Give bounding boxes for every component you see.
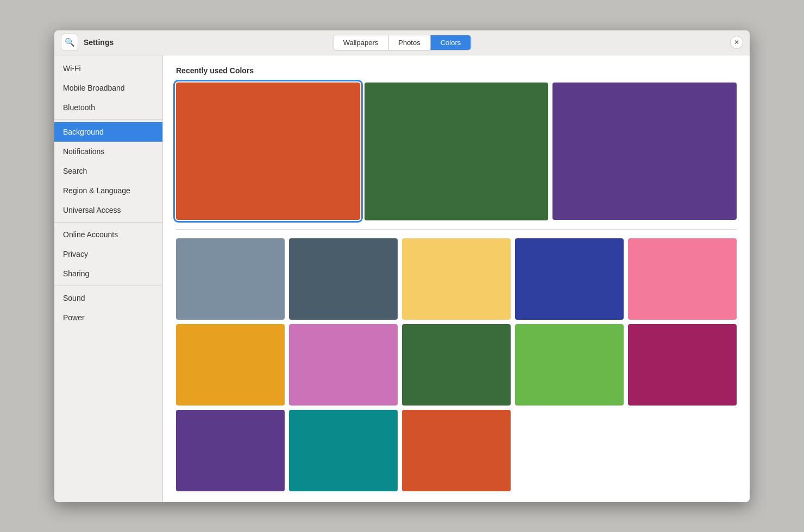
sidebar-item-notifications[interactable]: Notifications: [54, 142, 162, 161]
sidebar-divider-2: [54, 222, 162, 223]
sidebar-item-region-language[interactable]: Region & Language: [54, 181, 162, 200]
titlebar: 🔍 Settings Wallpapers Photos Colors ✕: [54, 30, 750, 55]
tab-group: Wallpapers Photos Colors: [333, 35, 472, 50]
sidebar-item-privacy[interactable]: Privacy: [54, 244, 162, 264]
tab-wallpapers[interactable]: Wallpapers: [334, 35, 389, 50]
color-swatch-3[interactable]: [402, 238, 511, 320]
sidebar-item-power[interactable]: Power: [54, 308, 162, 327]
search-button[interactable]: 🔍: [61, 34, 78, 51]
recent-color-2[interactable]: [365, 83, 549, 220]
color-swatch-1[interactable]: [176, 238, 285, 320]
color-swatch-2[interactable]: [289, 238, 398, 320]
sidebar: Wi-Fi Mobile Broadband Bluetooth Backgro…: [54, 55, 163, 502]
window-title: Settings: [84, 38, 114, 47]
sidebar-item-sharing[interactable]: Sharing: [54, 264, 162, 283]
color-swatch-8[interactable]: [402, 324, 511, 406]
sidebar-item-bluetooth[interactable]: Bluetooth: [54, 98, 162, 117]
color-swatch-9[interactable]: [515, 324, 624, 406]
close-icon: ✕: [734, 39, 739, 46]
settings-window: 🔍 Settings Wallpapers Photos Colors ✕ Wi…: [54, 30, 750, 502]
close-button[interactable]: ✕: [730, 36, 743, 49]
sidebar-item-mobile-broadband[interactable]: Mobile Broadband: [54, 78, 162, 98]
sidebar-item-wifi[interactable]: Wi-Fi: [54, 59, 162, 78]
color-swatch-5[interactable]: [628, 238, 737, 320]
color-swatch-6[interactable]: [176, 324, 285, 406]
color-swatch-10[interactable]: [628, 324, 737, 406]
search-icon: 🔍: [65, 37, 75, 47]
tab-photos[interactable]: Photos: [388, 35, 430, 50]
sidebar-item-universal-access[interactable]: Universal Access: [54, 200, 162, 220]
color-swatch-11[interactable]: [176, 410, 285, 491]
main-content: Recently used Colors: [163, 55, 750, 502]
recently-used-title: Recently used Colors: [176, 66, 737, 75]
tab-colors[interactable]: Colors: [431, 35, 471, 50]
recent-color-3[interactable]: [552, 83, 737, 220]
sidebar-divider-1: [54, 119, 162, 120]
sidebar-divider-3: [54, 286, 162, 286]
sidebar-item-sound[interactable]: Sound: [54, 288, 162, 308]
color-swatch-13[interactable]: [402, 410, 511, 491]
color-swatch-7[interactable]: [289, 324, 398, 406]
section-separator: [176, 229, 737, 230]
sidebar-item-online-accounts[interactable]: Online Accounts: [54, 225, 162, 244]
recently-used-colors-grid: [176, 83, 737, 220]
color-swatch-4[interactable]: [515, 238, 624, 320]
sidebar-item-background[interactable]: Background: [54, 122, 162, 142]
color-swatch-12[interactable]: [289, 410, 398, 491]
content-area: Wi-Fi Mobile Broadband Bluetooth Backgro…: [54, 55, 750, 502]
sidebar-item-search[interactable]: Search: [54, 161, 162, 181]
all-colors-grid: [176, 238, 737, 491]
recent-color-1[interactable]: [176, 83, 360, 220]
